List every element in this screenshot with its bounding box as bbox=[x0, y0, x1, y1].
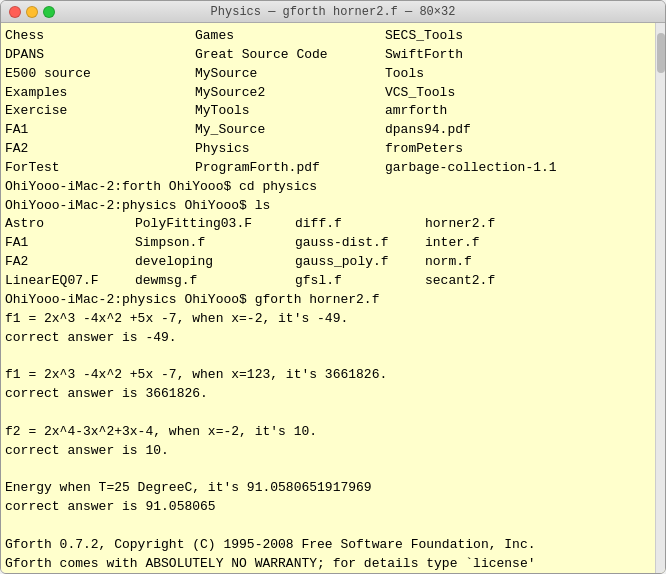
col2-row5: MyTools bbox=[195, 102, 385, 121]
terminal-content: Chess Games SECS_Tools DPANS Great Sourc… bbox=[5, 27, 647, 573]
output-line-8: correct answer is 91.058065 bbox=[5, 498, 647, 517]
ph-col3-row2: gauss-dist.f bbox=[295, 234, 425, 253]
cd-command: OhiYooo-iMac-2:forth OhiYooo$ cd physics bbox=[5, 178, 647, 197]
col1-row2: DPANS bbox=[5, 46, 195, 65]
output-blank-3 bbox=[5, 460, 647, 479]
col2-row4: MySource2 bbox=[195, 84, 385, 103]
col1-row1: Chess bbox=[5, 27, 195, 46]
col2-row3: MySource bbox=[195, 65, 385, 84]
ph-col1-row4: LinearEQ07.F bbox=[5, 272, 135, 291]
col1-row3: E500 source bbox=[5, 65, 195, 84]
col3-row4: VCS_Tools bbox=[385, 84, 647, 103]
ph-col2-row3: developing bbox=[135, 253, 295, 272]
col3-row3: Tools bbox=[385, 65, 647, 84]
col2-row8: ProgramForth.pdf bbox=[195, 159, 385, 178]
output-line-4: correct answer is 3661826. bbox=[5, 385, 647, 404]
ls-command: OhiYooo-iMac-2:physics OhiYooo$ ls bbox=[5, 197, 647, 216]
col1-row6: FA1 bbox=[5, 121, 195, 140]
close-button[interactable] bbox=[9, 6, 21, 18]
col2-row7: Physics bbox=[195, 140, 385, 159]
ph-col4-row3: norm.f bbox=[425, 253, 647, 272]
col2-row1: Games bbox=[195, 27, 385, 46]
terminal-body[interactable]: Chess Games SECS_Tools DPANS Great Sourc… bbox=[1, 23, 665, 573]
col2-row2: Great Source Code bbox=[195, 46, 385, 65]
col3-row8: garbage-collection-1.1 bbox=[385, 159, 647, 178]
col3-row6: dpans94.pdf bbox=[385, 121, 647, 140]
maximize-button[interactable] bbox=[43, 6, 55, 18]
output-line-10: Gforth comes with ABSOLUTELY NO WARRANTY… bbox=[5, 555, 647, 573]
ph-col1-row1: Astro bbox=[5, 215, 135, 234]
output-line-2: correct answer is -49. bbox=[5, 329, 647, 348]
col1-row4: Examples bbox=[5, 84, 195, 103]
minimize-button[interactable] bbox=[26, 6, 38, 18]
ph-col3-row3: gauss_poly.f bbox=[295, 253, 425, 272]
output-line-1: f1 = 2x^3 -4x^2 +5x -7, when x=-2, it's … bbox=[5, 310, 647, 329]
ph-col1-row3: FA2 bbox=[5, 253, 135, 272]
file-listing: Chess Games SECS_Tools DPANS Great Sourc… bbox=[5, 27, 647, 178]
gforth-command: OhiYooo-iMac-2:physics OhiYooo$ gforth h… bbox=[5, 291, 647, 310]
scrollbar[interactable] bbox=[655, 23, 665, 573]
col3-row2: SwiftForth bbox=[385, 46, 647, 65]
ph-col4-row1: horner2.f bbox=[425, 215, 647, 234]
ph-col4-row4: secant2.f bbox=[425, 272, 647, 291]
ph-col1-row2: FA1 bbox=[5, 234, 135, 253]
col1-row5: Exercise bbox=[5, 102, 195, 121]
output-blank-2 bbox=[5, 404, 647, 423]
ph-col3-row1: diff.f bbox=[295, 215, 425, 234]
physics-listing: Astro PolyFitting03.F diff.f horner2.f F… bbox=[5, 215, 647, 290]
col1-row8: ForTest bbox=[5, 159, 195, 178]
output-blank-4 bbox=[5, 517, 647, 536]
col3-row5: amrforth bbox=[385, 102, 647, 121]
output-line-3: f1 = 2x^3 -4x^2 +5x -7, when x=123, it's… bbox=[5, 366, 647, 385]
ph-col2-row1: PolyFitting03.F bbox=[135, 215, 295, 234]
output-line-9: Gforth 0.7.2, Copyright (C) 1995-2008 Fr… bbox=[5, 536, 647, 555]
col2-row6: My_Source bbox=[195, 121, 385, 140]
ph-col3-row4: gfsl.f bbox=[295, 272, 425, 291]
ph-col4-row2: inter.f bbox=[425, 234, 647, 253]
output-line-7: Energy when T=25 DegreeC, it's 91.058065… bbox=[5, 479, 647, 498]
col3-row7: fromPeters bbox=[385, 140, 647, 159]
col1-row7: FA2 bbox=[5, 140, 195, 159]
titlebar: Physics — gforth horner2.f — 80×32 bbox=[1, 1, 665, 23]
output-line-5: f2 = 2x^4-3x^2+3x-4, when x=-2, it's 10. bbox=[5, 423, 647, 442]
ph-col2-row4: dewmsg.f bbox=[135, 272, 295, 291]
scrollbar-thumb[interactable] bbox=[657, 33, 665, 73]
output-blank-1 bbox=[5, 347, 647, 366]
output-line-6: correct answer is 10. bbox=[5, 442, 647, 461]
ph-col2-row2: Simpson.f bbox=[135, 234, 295, 253]
col3-row1: SECS_Tools bbox=[385, 27, 647, 46]
terminal-window: Physics — gforth horner2.f — 80×32 Chess… bbox=[0, 0, 666, 574]
window-title: Physics — gforth horner2.f — 80×32 bbox=[211, 5, 456, 19]
traffic-lights bbox=[9, 6, 55, 18]
